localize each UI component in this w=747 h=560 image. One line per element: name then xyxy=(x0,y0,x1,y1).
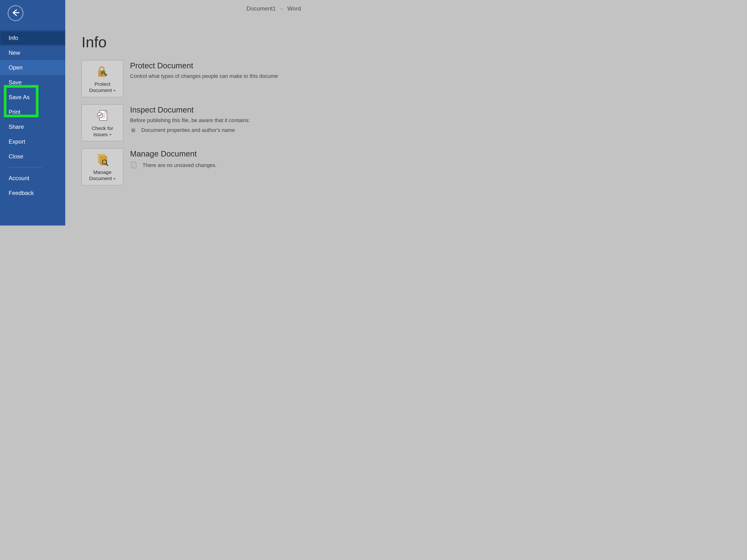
section-description: Control what types of changes people can… xyxy=(130,73,301,80)
button-label-line1: Check for xyxy=(92,126,113,131)
button-label-line2: Document xyxy=(89,176,112,181)
sidebar-divider xyxy=(8,167,42,167)
back-arrow-icon xyxy=(11,8,20,18)
section-body: Protect Document Control what types of c… xyxy=(130,60,301,80)
button-label-line1: Protect xyxy=(95,81,110,87)
sidebar-item-feedback[interactable]: Feedback xyxy=(0,186,65,201)
sidebar-item-label: New xyxy=(8,50,20,56)
section-manage: Manage Document Manage Document There ar… xyxy=(81,149,301,185)
sidebar-item-label: Save xyxy=(8,79,22,85)
sidebar-item-label: Share xyxy=(8,124,24,130)
sidebar-item-label: Account xyxy=(8,175,29,181)
sidebar-item-label: Save As xyxy=(8,94,30,100)
button-label-line2: Document xyxy=(89,87,112,93)
sidebar-item-label: Export xyxy=(8,138,25,145)
manage-status-row: There are no unsaved changes. xyxy=(130,161,301,170)
svg-line-20 xyxy=(106,164,108,165)
manage-status-text: There are no unsaved changes. xyxy=(143,162,217,169)
sidebar-item-info[interactable]: Info xyxy=(0,31,65,45)
app-name: Word xyxy=(287,5,301,12)
button-label: Protect Document xyxy=(89,81,116,94)
section-heading: Inspect Document xyxy=(130,105,301,114)
chevron-down-icon xyxy=(113,90,116,91)
back-button[interactable] xyxy=(8,5,23,21)
document-name: Document1 xyxy=(247,5,276,12)
sidebar-item-label: Print xyxy=(8,109,20,115)
title-separator: - xyxy=(281,5,283,12)
button-label: Check for Issues xyxy=(92,125,113,138)
section-body: Manage Document There are no unsaved cha… xyxy=(130,149,301,170)
window-title: Document1 - Word xyxy=(247,5,301,12)
document-stack-search-icon xyxy=(96,153,109,167)
chevron-down-icon xyxy=(109,134,112,135)
sidebar-item-close[interactable]: Close xyxy=(0,149,65,164)
protect-document-button[interactable]: Protect Document xyxy=(81,60,123,97)
document-versions-icon xyxy=(130,161,138,170)
sidebar-item-export[interactable]: Export xyxy=(0,134,65,149)
sidebar-item-new[interactable]: New xyxy=(0,45,65,60)
page-title: Info xyxy=(81,33,301,51)
manage-document-button[interactable]: Manage Document xyxy=(81,149,123,185)
button-label-line1: Manage xyxy=(94,169,112,175)
section-inspect: Check for Issues Inspect Document Before… xyxy=(81,104,301,141)
section-heading: Manage Document xyxy=(130,149,301,158)
section-description: Before publishing this file, be aware th… xyxy=(130,117,301,124)
sidebar-item-account[interactable]: Account xyxy=(0,171,65,186)
inspect-bullet-row: Document properties and author's name xyxy=(130,127,301,134)
button-label: Manage Document xyxy=(89,169,116,182)
inspect-bullet-text: Document properties and author's name xyxy=(141,127,235,134)
section-body: Inspect Document Before publishing this … xyxy=(130,104,301,134)
sidebar-item-save[interactable]: Save xyxy=(0,75,65,90)
document-check-icon xyxy=(96,108,109,123)
svg-rect-3 xyxy=(101,73,102,75)
sidebar-item-share[interactable]: Share xyxy=(0,119,65,134)
check-for-issues-button[interactable]: Check for Issues xyxy=(81,104,123,141)
sidebar-item-label: Open xyxy=(8,64,23,71)
chevron-down-icon xyxy=(113,178,116,180)
backstage-sidebar: Info New Open Save Save As Print Share E… xyxy=(0,0,65,225)
sidebar-item-print[interactable]: Print xyxy=(0,105,65,119)
lock-icon xyxy=(96,64,109,79)
section-protect: Protect Document Protect Document Contro… xyxy=(81,60,301,97)
sidebar-item-open[interactable]: Open xyxy=(0,60,65,75)
sidebar-item-label: Feedback xyxy=(8,190,34,196)
app-root: Info New Open Save Save As Print Share E… xyxy=(0,0,301,225)
button-label-line2: Issues xyxy=(93,132,108,137)
section-heading: Protect Document xyxy=(130,61,301,70)
sidebar-item-label: Info xyxy=(8,35,18,41)
sidebar-item-label: Close xyxy=(8,153,23,160)
sidebar-item-save-as[interactable]: Save As xyxy=(0,90,65,105)
bullet-icon xyxy=(131,129,135,132)
backstage-main: Document1 - Word Info xyxy=(65,0,301,225)
